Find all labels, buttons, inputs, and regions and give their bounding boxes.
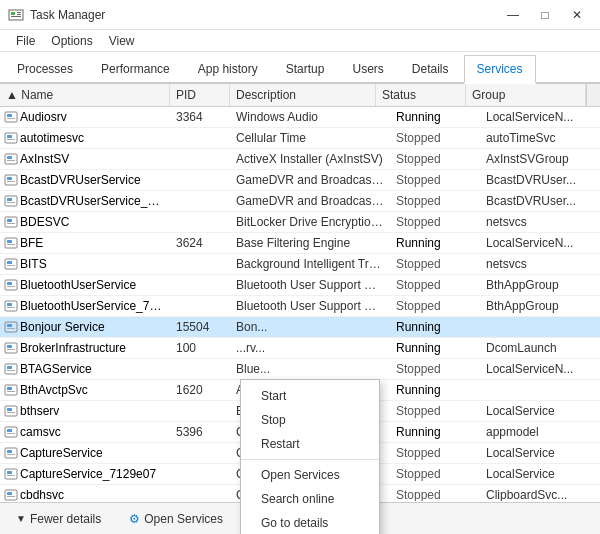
table-row[interactable]: AxInstSV ActiveX Installer (AxInstSV) St…: [0, 149, 600, 170]
service-group-cell: autoTimeSvc: [480, 128, 600, 148]
service-group-cell: LocalService: [480, 443, 600, 463]
table-header: ▲ Name PID Description Status Group: [0, 84, 600, 107]
tab-performance[interactable]: Performance: [88, 55, 183, 82]
service-icon: [4, 194, 18, 208]
svg-rect-54: [7, 450, 12, 453]
svg-rect-28: [7, 265, 15, 266]
service-group-cell: BthAppGroup: [480, 296, 600, 316]
table-row[interactable]: BFE 3624 Base Filtering Engine Running L…: [0, 233, 600, 254]
menu-file[interactable]: File: [8, 32, 43, 50]
service-name-cell: cbdhsvc: [0, 485, 170, 501]
service-status-cell: Stopped: [390, 170, 480, 190]
maximize-button[interactable]: □: [530, 5, 560, 25]
tab-app-history[interactable]: App history: [185, 55, 271, 82]
service-icon: [4, 404, 18, 418]
service-pid-cell: [170, 485, 230, 501]
tab-processes[interactable]: Processes: [4, 55, 86, 82]
svg-rect-60: [7, 492, 12, 495]
service-group-cell: LocalServiceN...: [480, 233, 600, 253]
service-desc-cell: Bluetooth User Support Service_7129...: [230, 296, 390, 316]
svg-rect-25: [7, 244, 15, 245]
tab-users[interactable]: Users: [339, 55, 396, 82]
service-desc-cell: Base Filtering Engine: [230, 233, 390, 253]
svg-rect-3: [17, 14, 21, 15]
service-group-cell: [480, 317, 600, 337]
service-pid-cell: [170, 212, 230, 232]
open-services-button[interactable]: ⚙ Open Services: [121, 509, 231, 529]
service-pid-cell: [170, 464, 230, 484]
service-name-cell: BFE: [0, 233, 170, 253]
table-row[interactable]: BluetoothUserService Bluetooth User Supp…: [0, 275, 600, 296]
tab-details[interactable]: Details: [399, 55, 462, 82]
col-header-name[interactable]: ▲ Name: [0, 84, 170, 106]
close-button[interactable]: ✕: [562, 5, 592, 25]
service-desc-cell: Background Intelligent Transfer Servi...: [230, 254, 390, 274]
tab-services[interactable]: Services: [464, 55, 536, 84]
service-pid-cell: 15504: [170, 317, 230, 337]
svg-rect-48: [7, 408, 12, 411]
table-row[interactable]: autotimesvc Cellular Time Stopped autoTi…: [0, 128, 600, 149]
svg-rect-16: [7, 181, 15, 182]
menu-view[interactable]: View: [101, 32, 143, 50]
service-name-cell: Bonjour Service: [0, 317, 170, 337]
fewer-details-button[interactable]: ▼ Fewer details: [8, 509, 109, 529]
service-desc-cell: GameDVR and Broadcast User Service...: [230, 191, 390, 211]
service-group-cell: BcastDVRUser...: [480, 170, 600, 190]
minimize-button[interactable]: —: [498, 5, 528, 25]
service-group-cell: DcomLaunch: [480, 338, 600, 358]
service-desc-cell: Windows Audio: [230, 107, 390, 127]
tab-startup[interactable]: Startup: [273, 55, 338, 82]
app-icon: [8, 7, 24, 23]
service-status-cell: Running: [390, 233, 480, 253]
context-menu-item-search-online[interactable]: Search online: [241, 487, 379, 511]
title-bar-left: Task Manager: [8, 7, 105, 23]
table-row[interactable]: BcastDVRUserService GameDVR and Broadcas…: [0, 170, 600, 191]
service-icon: [4, 467, 18, 481]
service-name-cell: bthserv: [0, 401, 170, 421]
svg-rect-12: [7, 156, 12, 159]
table-row[interactable]: BITS Background Intelligent Transfer Ser…: [0, 254, 600, 275]
service-status-cell: Stopped: [390, 401, 480, 421]
service-pid-cell: 1620: [170, 380, 230, 400]
col-header-group[interactable]: Group: [466, 84, 586, 106]
svg-rect-1: [11, 12, 15, 15]
fewer-details-label: Fewer details: [30, 512, 101, 526]
table-row[interactable]: BrokerInfrastructure 100 ...rv... Runnin…: [0, 338, 600, 359]
service-icon: [4, 215, 18, 229]
service-name-cell: BITS: [0, 254, 170, 274]
table-row[interactable]: BDESVC BitLocker Drive Encryption Servic…: [0, 212, 600, 233]
service-icon: [4, 131, 18, 145]
service-icon: [4, 320, 18, 334]
context-menu-item-open-services[interactable]: Open Services: [241, 463, 379, 487]
service-status-cell: Stopped: [390, 296, 480, 316]
svg-rect-27: [7, 261, 12, 264]
service-status-cell: Stopped: [390, 464, 480, 484]
svg-rect-55: [7, 454, 15, 455]
col-header-pid[interactable]: PID: [170, 84, 230, 106]
context-menu-item-stop[interactable]: Stop: [241, 408, 379, 432]
service-pid-cell: [170, 401, 230, 421]
service-pid-cell: 3624: [170, 233, 230, 253]
service-group-cell: ClipboardSvc...: [480, 485, 600, 501]
col-header-status[interactable]: Status: [376, 84, 466, 106]
context-menu-item-go-to-details[interactable]: Go to details: [241, 511, 379, 534]
table-row[interactable]: Audiosrv 3364 Windows Audio Running Loca…: [0, 107, 600, 128]
table-row[interactable]: BTAGService Blue... Stopped LocalService…: [0, 359, 600, 380]
table-row[interactable]: BcastDVRUserService_7129e... GameDVR and…: [0, 191, 600, 212]
svg-rect-2: [17, 12, 21, 13]
menu-options[interactable]: Options: [43, 32, 100, 50]
service-icon: [4, 488, 18, 501]
context-menu-item-restart[interactable]: Restart: [241, 432, 379, 456]
context-menu-item-start[interactable]: Start: [241, 384, 379, 408]
table-row[interactable]: BluetoothUserService_7129... Bluetooth U…: [0, 296, 600, 317]
service-icon: [4, 425, 18, 439]
svg-rect-22: [7, 223, 15, 224]
svg-rect-39: [7, 345, 12, 348]
service-pid-cell: [170, 296, 230, 316]
table-row[interactable]: Bonjour Service 15504 Bon... Running: [0, 317, 600, 338]
window-title: Task Manager: [30, 8, 105, 22]
col-header-description[interactable]: Description: [230, 84, 376, 106]
scrollbar-top: [586, 84, 600, 106]
service-status-cell: Stopped: [390, 149, 480, 169]
service-name-cell: CaptureService_7129e07: [0, 464, 170, 484]
